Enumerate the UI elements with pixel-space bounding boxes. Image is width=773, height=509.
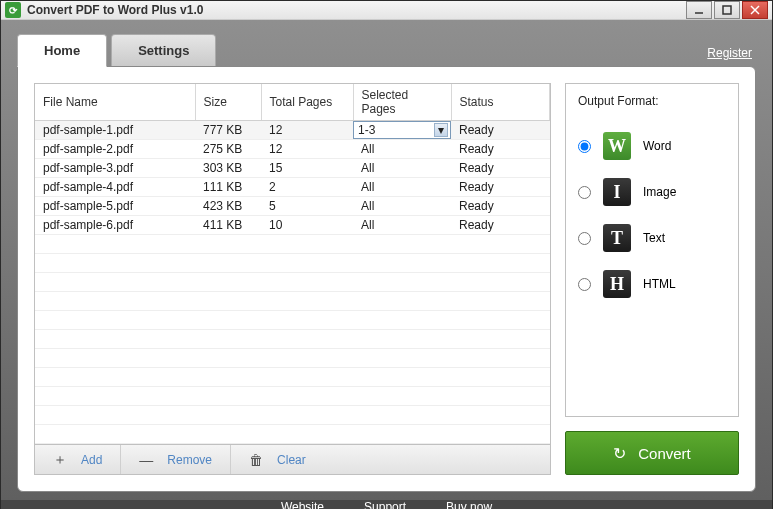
table-row[interactable]: pdf-sample-1.pdf777 KB121-3▾Ready bbox=[35, 121, 550, 140]
table-row-empty bbox=[35, 330, 550, 349]
cell-total-pages: 2 bbox=[261, 178, 353, 197]
app-icon: ⟳ bbox=[5, 2, 21, 18]
cell-status: Ready bbox=[451, 216, 550, 235]
clear-button[interactable]: 🗑 Clear bbox=[231, 445, 324, 474]
right-column: Output Format: W Word I Image T bbox=[565, 83, 739, 475]
radio-word[interactable] bbox=[578, 140, 591, 153]
tabs: Home Settings bbox=[17, 34, 216, 66]
output-format-title: Output Format: bbox=[578, 94, 726, 108]
minus-icon: — bbox=[139, 452, 153, 468]
table-row-empty bbox=[35, 387, 550, 406]
text-icon: T bbox=[603, 224, 631, 252]
add-button[interactable]: ＋ Add bbox=[35, 445, 121, 474]
cell-selected-pages[interactable]: All bbox=[353, 178, 451, 197]
selected-pages-combo[interactable]: 1-3▾ bbox=[353, 121, 451, 139]
tab-settings[interactable]: Settings bbox=[111, 34, 216, 66]
footer: Website Support Buy now bbox=[1, 500, 772, 509]
format-option-word[interactable]: W Word bbox=[578, 132, 726, 160]
col-selected-pages[interactable]: Selected Pages bbox=[353, 84, 451, 121]
cell-selected-pages[interactable]: All bbox=[353, 197, 451, 216]
table-row[interactable]: pdf-sample-5.pdf423 KB5AllReady bbox=[35, 197, 550, 216]
content-area: Home Settings Register File Name Size To… bbox=[1, 20, 772, 500]
format-option-html[interactable]: H HTML bbox=[578, 270, 726, 298]
image-label: Image bbox=[643, 185, 676, 199]
cell-size: 303 KB bbox=[195, 159, 261, 178]
format-option-text[interactable]: T Text bbox=[578, 224, 726, 252]
cell-total-pages: 12 bbox=[261, 140, 353, 159]
convert-button[interactable]: ↻ Convert bbox=[565, 431, 739, 475]
main-panel: File Name Size Total Pages Selected Page… bbox=[17, 66, 756, 492]
cell-total-pages: 5 bbox=[261, 197, 353, 216]
cell-selected-pages[interactable]: All bbox=[353, 140, 451, 159]
app-window: ⟳ Convert PDF to Word Plus v1.0 Home Set… bbox=[0, 0, 773, 509]
cell-status: Ready bbox=[451, 140, 550, 159]
top-row: Home Settings Register bbox=[17, 34, 756, 66]
maximize-button[interactable] bbox=[714, 1, 740, 19]
trash-icon: 🗑 bbox=[249, 452, 263, 468]
cell-size: 111 KB bbox=[195, 178, 261, 197]
radio-text[interactable] bbox=[578, 232, 591, 245]
table-row[interactable]: pdf-sample-6.pdf411 KB10AllReady bbox=[35, 216, 550, 235]
close-button[interactable] bbox=[742, 1, 768, 19]
table-row-empty bbox=[35, 311, 550, 330]
support-link[interactable]: Support bbox=[364, 500, 406, 509]
table-row[interactable]: pdf-sample-2.pdf275 KB12AllReady bbox=[35, 140, 550, 159]
remove-label: Remove bbox=[167, 453, 212, 467]
radio-image[interactable] bbox=[578, 186, 591, 199]
col-size[interactable]: Size bbox=[195, 84, 261, 121]
tab-home[interactable]: Home bbox=[17, 34, 107, 67]
table-row-empty bbox=[35, 235, 550, 254]
table-row-empty bbox=[35, 368, 550, 387]
table-row[interactable]: pdf-sample-3.pdf303 KB15AllReady bbox=[35, 159, 550, 178]
file-table-wrap[interactable]: File Name Size Total Pages Selected Page… bbox=[35, 84, 550, 444]
image-icon: I bbox=[603, 178, 631, 206]
table-row[interactable]: pdf-sample-4.pdf111 KB2AllReady bbox=[35, 178, 550, 197]
format-option-image[interactable]: I Image bbox=[578, 178, 726, 206]
cell-status: Ready bbox=[451, 121, 550, 140]
word-icon: W bbox=[603, 132, 631, 160]
table-row-empty bbox=[35, 273, 550, 292]
table-row-empty bbox=[35, 425, 550, 444]
website-link[interactable]: Website bbox=[281, 500, 324, 509]
cell-status: Ready bbox=[451, 159, 550, 178]
col-file-name[interactable]: File Name bbox=[35, 84, 195, 121]
combo-value: 1-3 bbox=[358, 123, 375, 137]
chevron-down-icon[interactable]: ▾ bbox=[434, 123, 448, 137]
titlebar: ⟳ Convert PDF to Word Plus v1.0 bbox=[1, 1, 772, 20]
cell-total-pages: 15 bbox=[261, 159, 353, 178]
cell-status: Ready bbox=[451, 178, 550, 197]
minimize-button[interactable] bbox=[686, 1, 712, 19]
word-label: Word bbox=[643, 139, 671, 153]
register-link[interactable]: Register bbox=[707, 46, 756, 66]
file-list-section: File Name Size Total Pages Selected Page… bbox=[34, 83, 551, 475]
cell-file-name: pdf-sample-4.pdf bbox=[35, 178, 195, 197]
cell-file-name: pdf-sample-3.pdf bbox=[35, 159, 195, 178]
plus-icon: ＋ bbox=[53, 451, 67, 469]
html-icon: H bbox=[603, 270, 631, 298]
action-bar: ＋ Add — Remove 🗑 Clear bbox=[35, 444, 550, 474]
cell-selected-pages[interactable]: All bbox=[353, 159, 451, 178]
col-total-pages[interactable]: Total Pages bbox=[261, 84, 353, 121]
col-status[interactable]: Status bbox=[451, 84, 550, 121]
table-row-empty bbox=[35, 406, 550, 425]
radio-html[interactable] bbox=[578, 278, 591, 291]
cell-total-pages: 12 bbox=[261, 121, 353, 140]
window-title: Convert PDF to Word Plus v1.0 bbox=[27, 3, 686, 17]
cell-file-name: pdf-sample-6.pdf bbox=[35, 216, 195, 235]
buy-link[interactable]: Buy now bbox=[446, 500, 492, 509]
file-table: File Name Size Total Pages Selected Page… bbox=[35, 84, 550, 444]
window-controls bbox=[686, 1, 768, 19]
cell-selected-pages[interactable]: All bbox=[353, 216, 451, 235]
table-row-empty bbox=[35, 254, 550, 273]
text-label: Text bbox=[643, 231, 665, 245]
convert-label: Convert bbox=[638, 445, 691, 462]
table-header-row: File Name Size Total Pages Selected Page… bbox=[35, 84, 550, 121]
cell-size: 275 KB bbox=[195, 140, 261, 159]
output-format-box: Output Format: W Word I Image T bbox=[565, 83, 739, 417]
clear-label: Clear bbox=[277, 453, 306, 467]
svg-rect-1 bbox=[723, 6, 731, 14]
add-label: Add bbox=[81, 453, 102, 467]
remove-button[interactable]: — Remove bbox=[121, 445, 231, 474]
convert-icon: ↻ bbox=[613, 444, 626, 463]
cell-selected-pages[interactable]: 1-3▾ bbox=[353, 121, 451, 140]
